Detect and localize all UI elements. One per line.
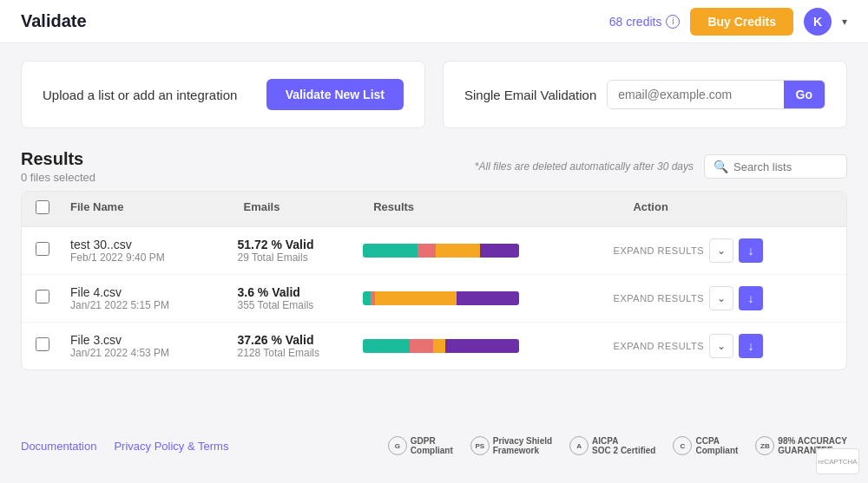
row-checkbox-2[interactable]: [36, 337, 49, 351]
table-row: File 3.csv Jan/21 2022 4:53 PM 37.26 % V…: [22, 323, 846, 369]
recaptcha-label: reCAPTCHA: [818, 458, 857, 466]
files-selected-count: 0 files selected: [21, 171, 95, 184]
total-emails-1: 355 Total Emails: [237, 299, 362, 311]
bar-unknown-1: [457, 291, 519, 305]
file-name-0: test 30..csv: [70, 238, 237, 251]
upload-card-label: Upload a list or add an integration: [43, 88, 237, 102]
valid-pct-2: 37.26 % Valid: [237, 333, 362, 347]
privacy-shield-badge: PS Privacy ShieldFramework: [470, 436, 552, 455]
privacy-shield-icon: PS: [470, 436, 490, 455]
account-chevron-icon[interactable]: ▾: [842, 16, 847, 28]
auto-delete-note: *All files are deleted automatically aft…: [475, 160, 694, 173]
file-info-0: test 30..csv Feb/1 2022 9:40 PM: [70, 238, 237, 264]
total-emails-2: 2128 Total Emails: [237, 347, 362, 359]
user-avatar-button[interactable]: K: [804, 8, 832, 36]
search-icon: 🔍: [713, 160, 728, 173]
row-checkbox-cell-1: [36, 290, 70, 307]
credits-display: 68 credits i: [609, 15, 681, 29]
action-col-0: EXPAND RESULTS ⌄ ↓: [614, 238, 763, 263]
file-date-1: Jan/21 2022 5:15 PM: [70, 299, 237, 311]
bar-valid-2: [363, 339, 410, 353]
ccpa-badge: C CCPACompliant: [673, 436, 738, 455]
download-button-2[interactable]: ↓: [739, 334, 763, 358]
row-chevron-button-1[interactable]: ⌄: [709, 286, 733, 310]
row-chevron-button-2[interactable]: ⌄: [709, 334, 733, 358]
documentation-link[interactable]: Documentation: [21, 440, 96, 453]
valid-pct-0: 51.72 % Valid: [237, 238, 362, 251]
results-section: Results 0 files selected *All files are …: [21, 149, 847, 370]
table-row: test 30..csv Feb/1 2022 9:40 PM 51.72 % …: [22, 227, 846, 275]
email-input-wrap: Go: [607, 80, 825, 109]
results-title: Results: [21, 149, 95, 169]
bar-valid-1: [363, 291, 371, 305]
validate-new-list-button[interactable]: Validate New List: [266, 79, 404, 110]
privacy-link[interactable]: Privacy Policy & Terms: [114, 440, 228, 453]
main-content: Upload a list or add an integration Vali…: [0, 43, 868, 388]
buy-credits-button[interactable]: Buy Credits: [690, 8, 793, 36]
email-validation-card: Single Email Validation Go: [443, 61, 847, 128]
go-button[interactable]: Go: [784, 81, 825, 108]
bar-risky-0: [436, 244, 479, 258]
col-header-emails: Emails: [244, 200, 374, 218]
expand-results-button-2[interactable]: EXPAND RESULTS: [614, 341, 704, 351]
file-name-2: File 3.csv: [70, 333, 237, 347]
select-all-checkbox[interactable]: [36, 200, 49, 214]
email-stats-1: 3.6 % Valid 355 Total Emails: [237, 285, 362, 311]
bar-unknown-0: [480, 244, 519, 258]
aicpa-badge: A AICPASOC 2 Certified: [569, 436, 655, 455]
header-right: 68 credits i Buy Credits K ▾: [609, 8, 847, 36]
download-button-1[interactable]: ↓: [739, 286, 763, 310]
search-input[interactable]: [733, 160, 838, 173]
row-checkbox-cell-2: [36, 337, 70, 355]
row-checkbox-0[interactable]: [36, 242, 49, 256]
file-info-2: File 3.csv Jan/21 2022 4:53 PM: [70, 333, 237, 359]
action-col-1: EXPAND RESULTS ⌄ ↓: [614, 286, 763, 310]
bar-chart-1: [363, 291, 614, 305]
bar-invalid-0: [418, 244, 437, 258]
valid-pct-1: 3.6 % Valid: [237, 285, 362, 299]
zb-icon: ZB: [755, 436, 774, 455]
bar-chart-2: [363, 339, 614, 353]
gdpr-icon: G: [388, 436, 407, 455]
expand-results-button-1[interactable]: EXPAND RESULTS: [614, 293, 704, 304]
row-checkbox-1[interactable]: [36, 290, 49, 304]
gdpr-badge: G GDPRCompliant: [388, 436, 453, 455]
bar-chart-0: [363, 244, 614, 258]
total-emails-0: 29 Total Emails: [237, 251, 362, 264]
file-name-1: File 4.csv: [70, 285, 237, 299]
row-chevron-button-0[interactable]: ⌄: [709, 238, 733, 263]
col-header-results: Results: [373, 200, 633, 218]
row-checkbox-cell-0: [36, 242, 70, 259]
expand-results-button-0[interactable]: EXPAND RESULTS: [614, 245, 704, 256]
page-footer: Documentation Privacy Policy & Terms G G…: [0, 422, 868, 469]
credits-amount: 68 credits: [609, 15, 662, 29]
email-stats-0: 51.72 % Valid 29 Total Emails: [237, 238, 362, 264]
top-row: Upload a list or add an integration Vali…: [21, 61, 847, 128]
upload-card: Upload a list or add an integration Vali…: [21, 61, 425, 128]
col-header-action: Action: [633, 200, 763, 218]
email-stats-2: 37.26 % Valid 2128 Total Emails: [237, 333, 362, 359]
results-table: File Name Emails Results Action test 30.…: [21, 191, 847, 370]
recaptcha-widget: reCAPTCHA: [816, 448, 859, 474]
file-date-0: Feb/1 2022 9:40 PM: [70, 251, 237, 264]
action-col-2: EXPAND RESULTS ⌄ ↓: [614, 334, 763, 358]
bar-risky-1: [375, 291, 457, 305]
credits-info-icon[interactable]: i: [666, 15, 680, 29]
bar-risky-2: [433, 339, 445, 353]
app-header: Validate 68 credits i Buy Credits K ▾: [0, 0, 868, 43]
table-row: File 4.csv Jan/21 2022 5:15 PM 3.6 % Val…: [22, 275, 846, 323]
email-validation-label: Single Email Validation: [464, 88, 596, 102]
file-info-1: File 4.csv Jan/21 2022 5:15 PM: [70, 285, 237, 311]
col-header-filename: File Name: [70, 200, 244, 218]
footer-badges: G GDPRCompliant PS Privacy ShieldFramewo…: [388, 436, 847, 455]
file-date-2: Jan/21 2022 4:53 PM: [70, 347, 237, 359]
bar-unknown-2: [445, 339, 519, 353]
ccpa-icon: C: [673, 436, 692, 455]
download-button-0[interactable]: ↓: [739, 238, 763, 263]
email-input[interactable]: [608, 81, 783, 108]
footer-links: Documentation Privacy Policy & Terms: [21, 440, 228, 453]
app-logo: Validate: [21, 11, 87, 31]
bar-valid-0: [363, 244, 418, 258]
bar-invalid-2: [410, 339, 433, 353]
table-header-row: File Name Emails Results Action: [22, 192, 846, 227]
